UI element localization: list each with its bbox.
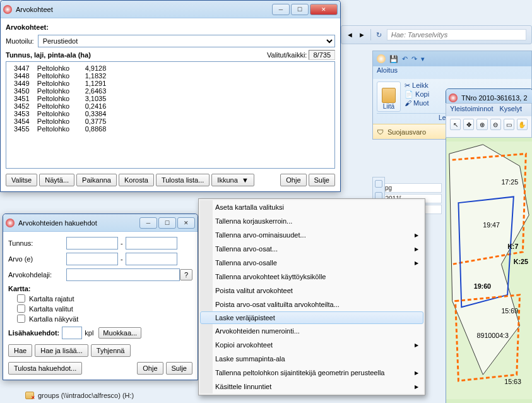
menu-item[interactable]: Laske summapinta-ala bbox=[200, 352, 423, 366]
laji-lookup-button[interactable]: ? bbox=[180, 269, 192, 280]
menu-item[interactable]: Aseta kartalla valituksi bbox=[200, 200, 423, 214]
folder-disconnected-icon bbox=[25, 392, 34, 399]
chk-kartalla-nakyvat[interactable]: Kartalla näkyvät bbox=[17, 315, 192, 323]
minimize-button[interactable]: ─ bbox=[272, 4, 290, 15]
sulje-button[interactable]: Sulje bbox=[166, 362, 192, 375]
menu-item[interactable]: Tallenna korjauskerroin... bbox=[200, 214, 423, 228]
arvo-to-input[interactable] bbox=[126, 253, 177, 265]
heading: Arvokohteet: bbox=[6, 23, 335, 31]
chk-kartalta-rajatut[interactable]: Kartalta rajatut bbox=[17, 294, 192, 303]
submenu-arrow-icon: ▶ bbox=[415, 342, 418, 348]
redo-icon[interactable]: ↷ bbox=[411, 55, 417, 63]
minimize-button[interactable]: ─ bbox=[139, 217, 157, 229]
view-icon[interactable] bbox=[375, 180, 382, 188]
tunnus-from-input[interactable] bbox=[66, 237, 118, 250]
list-header: Tunnus, laji, pinta-ala (ha) bbox=[6, 51, 91, 59]
korosta-button[interactable]: Korosta bbox=[119, 174, 154, 186]
app-icon bbox=[6, 219, 15, 227]
select-tool-icon[interactable]: ▭ bbox=[504, 119, 514, 130]
map-canvas[interactable]: 17:25 19:47 K:7 K:25 19:60 15:69 15:63 8… bbox=[446, 138, 532, 403]
format-painter-button[interactable]: 🖌 Muot bbox=[405, 99, 429, 107]
search-input[interactable] bbox=[387, 29, 526, 40]
paikanna-button[interactable]: Paikanna bbox=[76, 174, 117, 186]
paste-button[interactable]: Liitä bbox=[377, 81, 401, 112]
svg-text:19:47: 19:47 bbox=[483, 221, 500, 229]
menu-item[interactable]: Tallenna arvokohteet käyttöyksikölle bbox=[200, 270, 423, 284]
table-row[interactable]: 3454 Peltolohko 0,3775 bbox=[10, 117, 331, 125]
refresh-icon[interactable]: ↻ bbox=[376, 31, 382, 39]
valitse-button[interactable]: Valitse bbox=[6, 174, 37, 186]
chk-kartalta-valitut[interactable]: Kartalta valitut bbox=[17, 304, 192, 313]
menu-item[interactable]: Tallenna arvo-osalle▶ bbox=[200, 256, 423, 270]
menu-item[interactable]: Tallenna arvo-osat...▶ bbox=[200, 242, 423, 256]
cut-button[interactable]: ✂ Leikk bbox=[405, 81, 429, 90]
format-select[interactable]: Perustiedot bbox=[38, 35, 335, 47]
hae-ja-lisaa-button[interactable]: Hae ja lisää... bbox=[35, 344, 88, 357]
menu-item[interactable]: Tallenna peltolohkon sijaintitekijä geom… bbox=[200, 366, 423, 380]
table-row[interactable]: 3451 Peltolohko 3,1035 bbox=[10, 95, 331, 102]
ohje-button[interactable]: Ohje bbox=[137, 362, 163, 375]
arvo-from-input[interactable] bbox=[66, 253, 118, 265]
nayta-button[interactable]: Näytä... bbox=[39, 174, 74, 186]
svg-text:19:60: 19:60 bbox=[474, 282, 491, 290]
tunnus-label: Tunnus: bbox=[8, 239, 66, 247]
pointer-tool-icon[interactable]: ↖ bbox=[450, 119, 461, 130]
tab-aloitus[interactable]: Aloitus bbox=[377, 66, 398, 79]
dash: - bbox=[121, 239, 123, 247]
svg-text:15:69: 15:69 bbox=[501, 307, 518, 315]
tunnus-to-input[interactable] bbox=[126, 237, 177, 250]
tulosta-hakuehdot-button[interactable]: Tulosta hakuehdot... bbox=[8, 362, 82, 375]
tyhjenna-button[interactable]: Tyhjennä bbox=[91, 344, 131, 357]
dash: - bbox=[121, 255, 123, 263]
ikkuna-button[interactable]: Ikkuna ▼ bbox=[211, 174, 254, 186]
laji-input[interactable] bbox=[66, 268, 180, 281]
network-drive-item[interactable]: groups (\\intradoc\alfresco) (H:) bbox=[25, 392, 134, 399]
tab-yleistoiminnot[interactable]: Yleistoiminnot bbox=[450, 105, 493, 115]
table-row[interactable]: 3449 Peltolohko 1,1291 bbox=[10, 80, 331, 87]
svg-text:17:25: 17:25 bbox=[501, 178, 518, 186]
undo-icon[interactable]: ↶ bbox=[402, 55, 408, 63]
copy-button[interactable]: 📄 Kopi bbox=[405, 90, 429, 99]
office-button[interactable] bbox=[377, 54, 386, 63]
menu-item[interactable]: Poista valitut arvokohteet bbox=[200, 284, 423, 298]
hae-button[interactable]: Hae bbox=[8, 344, 32, 357]
nav-fwd-icon[interactable]: ► bbox=[358, 31, 365, 39]
svg-text:K:25: K:25 bbox=[514, 258, 528, 265]
table-row[interactable]: 3447 Peltolohko 4,9128 bbox=[10, 64, 331, 72]
menu-item[interactable]: Laske veräjäpisteet bbox=[200, 311, 423, 324]
submenu-arrow-icon: ▶ bbox=[415, 232, 418, 238]
table-row[interactable]: 3453 Peltolohko 0,3384 bbox=[10, 110, 331, 117]
close-button[interactable]: ✕ bbox=[177, 217, 195, 229]
pan-tool-icon[interactable]: ✥ bbox=[463, 119, 474, 130]
arvokohteet-window: Arvokohteet ─ ☐ ✕ Arvokohteet: Muotoilu:… bbox=[0, 0, 341, 192]
arvokohteet-list[interactable]: 3447 Peltolohko 4,9128 3448 Peltolohko 1… bbox=[6, 61, 335, 169]
menu-item[interactable]: Käsittele linnuntiet▶ bbox=[200, 380, 423, 394]
tab-kyselyt[interactable]: Kyselyt bbox=[499, 105, 521, 115]
hand-tool-icon[interactable]: ✋ bbox=[517, 119, 528, 130]
table-row[interactable]: 3455 Peltolohko 0,8868 bbox=[10, 125, 331, 133]
table-row[interactable]: 3452 Peltolohko 0,2416 bbox=[10, 102, 331, 110]
save-icon[interactable]: 💾 bbox=[389, 55, 398, 63]
close-button[interactable]: ✕ bbox=[310, 4, 338, 15]
menu-item[interactable]: Tallenna arvo-ominaisuudet...▶ bbox=[200, 228, 423, 242]
zoom-in-icon[interactable]: ⊕ bbox=[476, 119, 487, 130]
sulje-button[interactable]: Sulje bbox=[309, 174, 335, 186]
kpl-label: kpl bbox=[85, 329, 93, 337]
lisa-count-input[interactable] bbox=[62, 327, 82, 339]
tulosta-lista-button[interactable]: Tulosta lista... bbox=[156, 174, 210, 186]
menu-item[interactable]: Poista arvo-osat valituilta arvokohteilt… bbox=[200, 298, 423, 311]
nav-back-icon[interactable]: ◄ bbox=[346, 31, 353, 39]
table-row[interactable]: 3450 Peltolohko 2,6463 bbox=[10, 87, 331, 95]
zoom-out-icon[interactable]: ⊖ bbox=[490, 119, 501, 130]
submenu-arrow-icon: ▶ bbox=[415, 260, 418, 266]
menu-item[interactable]: Arvokohteiden numerointi... bbox=[200, 324, 423, 338]
list-item[interactable]: .jpg bbox=[379, 183, 442, 193]
menu-item[interactable]: Kopioi arvokohteet▶ bbox=[200, 338, 423, 352]
maximize-button[interactable]: ☐ bbox=[291, 4, 309, 15]
table-row[interactable]: 3448 Peltolohko 1,1832 bbox=[10, 72, 331, 80]
ohje-button[interactable]: Ohje bbox=[280, 174, 306, 186]
selected-label: Valitut/kaikki: bbox=[267, 51, 307, 59]
muokkaa-button[interactable]: Muokkaa... bbox=[98, 327, 141, 339]
qat-more-icon[interactable]: ▾ bbox=[421, 55, 425, 63]
maximize-button[interactable]: ☐ bbox=[158, 217, 176, 229]
